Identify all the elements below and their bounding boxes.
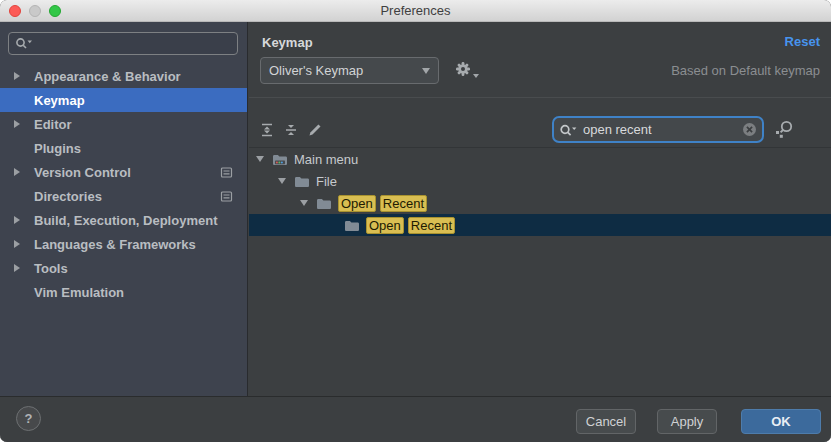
cancel-button[interactable]: Cancel xyxy=(576,409,636,434)
keymap-options-button[interactable] xyxy=(454,60,478,84)
folder-icon xyxy=(344,219,360,232)
sidebar-item-directories[interactable]: Directories xyxy=(0,184,247,208)
sidebar-item-languages-frameworks[interactable]: Languages & Frameworks xyxy=(0,232,247,256)
project-level-icon xyxy=(220,190,233,203)
help-button[interactable]: ? xyxy=(16,406,41,431)
sidebar-item-label: Plugins xyxy=(34,141,81,156)
chevron-right-icon xyxy=(14,72,26,80)
chevron-right-icon xyxy=(14,120,26,128)
search-match-highlight: Recent xyxy=(380,195,427,212)
sidebar-item-editor[interactable]: Editor xyxy=(0,112,247,136)
chevron-down-icon[interactable] xyxy=(278,178,290,184)
settings-sidebar: Appearance & Behavior Keymap Editor Plug… xyxy=(0,22,248,396)
chevron-right-icon xyxy=(14,216,26,224)
tree-row-file[interactable]: File xyxy=(249,170,831,192)
sidebar-item-label: Editor xyxy=(34,117,72,132)
tree-row-open-recent-parent[interactable]: Open Recent xyxy=(249,192,831,214)
keymap-settings-panel: Keymap Reset Oliver's Keymap xyxy=(249,22,831,396)
tree-node-label: Main menu xyxy=(294,152,358,167)
keymap-actions-tree: Main menu File Open Re xyxy=(249,147,831,396)
expand-all-button[interactable] xyxy=(258,121,276,139)
sidebar-item-keymap[interactable]: Keymap xyxy=(0,88,247,112)
tree-node-label: File xyxy=(316,174,337,189)
search-icon xyxy=(559,123,578,137)
sidebar-search-input[interactable] xyxy=(38,35,231,52)
sidebar-item-vim-emulation[interactable]: Vim Emulation xyxy=(0,280,247,304)
find-by-shortcut-icon xyxy=(773,119,795,141)
tree-row-main-menu[interactable]: Main menu xyxy=(249,148,831,170)
find-actions-by-shortcut-button[interactable] xyxy=(773,119,795,141)
chevron-down-icon[interactable] xyxy=(300,200,312,206)
sidebar-item-label: Vim Emulation xyxy=(34,285,124,300)
collapse-all-icon xyxy=(283,122,299,138)
action-search-field[interactable] xyxy=(552,116,764,143)
based-on-label: Based on Default keymap xyxy=(671,63,820,78)
sidebar-item-plugins[interactable]: Plugins xyxy=(0,136,247,160)
sidebar-item-label: Languages & Frameworks xyxy=(34,237,196,252)
chevron-right-icon xyxy=(14,264,26,272)
sidebar-item-label: Build, Execution, Deployment xyxy=(34,213,217,228)
edit-shortcut-button[interactable] xyxy=(306,121,324,139)
apply-button[interactable]: Apply xyxy=(657,409,717,434)
project-level-icon xyxy=(220,166,233,179)
sidebar-item-label: Tools xyxy=(34,261,68,276)
chevron-right-icon xyxy=(14,168,26,176)
main-menu-folder-icon xyxy=(272,153,288,166)
sidebar-item-build-execution-deployment[interactable]: Build, Execution, Deployment xyxy=(0,208,247,232)
sidebar-item-appearance-behavior[interactable]: Appearance & Behavior xyxy=(0,64,247,88)
page-title: Keymap xyxy=(262,35,313,50)
header-separator xyxy=(249,97,831,98)
dialog-footer: ? Cancel Apply OK xyxy=(0,396,831,442)
pencil-icon xyxy=(307,122,323,138)
ok-button[interactable]: OK xyxy=(741,409,821,434)
sidebar-item-label: Directories xyxy=(34,189,102,204)
preferences-window: Preferences Appearance & Behavior Keymap xyxy=(0,0,831,442)
reset-link[interactable]: Reset xyxy=(785,34,820,49)
search-match-highlight: Open xyxy=(366,217,404,234)
window-title: Preferences xyxy=(0,0,831,22)
search-match-highlight: Open xyxy=(338,195,376,212)
search-match-highlight: Recent xyxy=(408,217,455,234)
sidebar-search-field[interactable] xyxy=(8,32,238,55)
folder-icon xyxy=(316,197,332,210)
sidebar-item-label: Version Control xyxy=(34,165,131,180)
chevron-down-icon xyxy=(422,68,430,74)
sidebar-item-version-control[interactable]: Version Control xyxy=(0,160,247,184)
sidebar-items: Appearance & Behavior Keymap Editor Plug… xyxy=(0,64,247,304)
collapse-all-button[interactable] xyxy=(282,121,300,139)
keymap-selector-value: Oliver's Keymap xyxy=(269,63,363,78)
clear-search-icon[interactable] xyxy=(742,122,757,137)
tree-row-open-recent-selected[interactable]: Open Recent xyxy=(249,214,831,236)
gear-icon xyxy=(454,60,472,78)
sidebar-item-label: Appearance & Behavior xyxy=(34,69,181,84)
titlebar: Preferences xyxy=(0,0,831,22)
sidebar-item-tools[interactable]: Tools xyxy=(0,256,247,280)
expand-all-icon xyxy=(259,122,275,138)
search-icon xyxy=(15,37,34,50)
keymap-selector[interactable]: Oliver's Keymap xyxy=(260,57,439,84)
action-search-input[interactable] xyxy=(581,121,739,138)
sidebar-item-label: Keymap xyxy=(34,93,85,108)
chevron-right-icon xyxy=(14,240,26,248)
folder-icon xyxy=(294,175,310,188)
chevron-down-icon xyxy=(473,74,479,78)
chevron-down-icon[interactable] xyxy=(256,156,268,162)
